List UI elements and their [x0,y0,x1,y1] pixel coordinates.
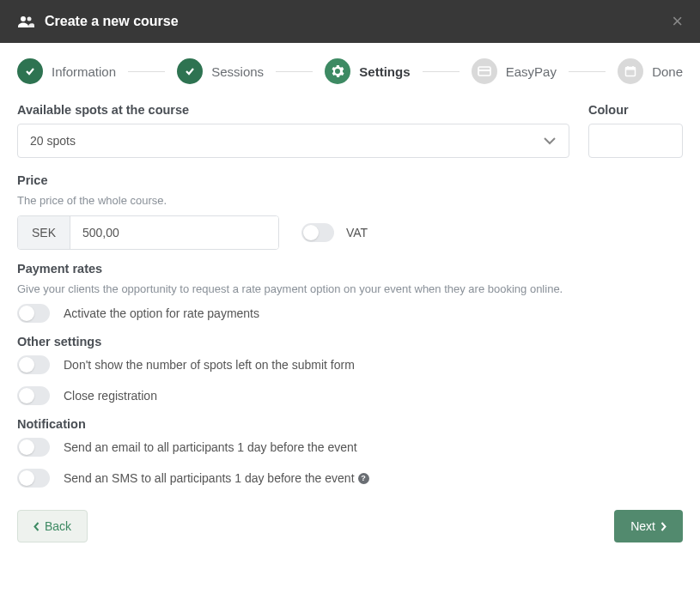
info-icon[interactable]: ? [358,473,369,484]
price-sublabel: The price of the whole course. [17,194,683,207]
close-icon[interactable]: × [672,12,683,31]
hide-spots-label: Don't show the number of spots left on t… [64,358,355,372]
email-reminder-toggle[interactable] [17,438,50,457]
email-reminder-label: Send an email to all participants 1 day … [64,440,357,454]
colour-picker[interactable] [588,124,683,158]
rates-option-label: Activate the option for rate payments [64,306,259,320]
vat-label: VAT [346,226,368,239]
spots-label: Available spots at the course [17,103,569,117]
svg-rect-3 [478,70,490,71]
sms-reminder-label: Send an SMS to all participants 1 day be… [64,471,369,485]
rates-label: Payment rates [17,262,683,276]
price-input[interactable] [70,216,278,249]
close-registration-label: Close registration [64,389,157,403]
back-button[interactable]: Back [17,510,88,542]
step-done: Done [618,58,683,84]
gear-icon [325,58,350,84]
spots-select[interactable]: 20 spots [17,124,569,158]
sms-reminder-toggle[interactable] [17,469,50,488]
card-icon [472,58,497,84]
people-icon [17,15,34,27]
rates-sublabel: Give your clients the opportunity to req… [17,282,683,295]
stepper: Information Sessions Settings [17,58,683,84]
calendar-icon [618,58,643,84]
close-registration-toggle[interactable] [17,386,50,405]
price-input-group: SEK [17,215,279,250]
notification-label: Notification [17,417,683,431]
step-settings[interactable]: Settings [325,58,410,84]
svg-rect-5 [626,68,636,70]
step-sessions[interactable]: Sessions [177,58,264,84]
modal-title: Create a new course [45,14,179,29]
rates-toggle[interactable] [17,304,50,323]
chevron-right-icon [660,522,667,531]
step-information[interactable]: Information [17,58,116,84]
currency-label: SEK [18,216,70,249]
svg-point-0 [21,16,26,21]
vat-toggle[interactable] [301,223,334,242]
svg-point-1 [27,17,32,21]
chevron-left-icon [33,522,40,531]
price-label: Price [17,173,683,187]
check-icon [177,58,203,84]
modal-header: Create a new course × [0,0,700,43]
colour-label: Colour [588,103,683,117]
chevron-down-icon [543,136,557,145]
step-easypay: EasyPay [472,58,557,84]
hide-spots-toggle[interactable] [17,355,50,374]
spots-value: 20 spots [30,134,76,148]
check-icon [17,58,43,84]
next-button[interactable]: Next [614,510,683,542]
other-label: Other settings [17,335,683,348]
